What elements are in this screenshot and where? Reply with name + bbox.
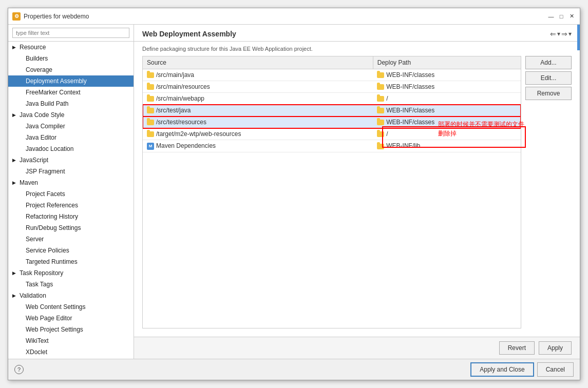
minimize-button[interactable]: — <box>547 12 555 21</box>
sidebar-item[interactable]: Builders <box>8 53 134 64</box>
table-header-row: Source Deploy Path <box>143 56 521 69</box>
folder-icon <box>377 108 384 113</box>
expand-spacer <box>18 79 24 84</box>
help-icon[interactable]: ? <box>14 365 24 374</box>
table-row[interactable]: MMaven DependenciesWEB-INF/lib <box>143 140 521 152</box>
sidebar-item-label: Project References <box>26 202 78 209</box>
add-button[interactable]: Add... <box>525 56 572 69</box>
table-row[interactable]: /src/main/javaWEB-INF/classes <box>143 69 521 81</box>
sidebar-item[interactable]: Coverage <box>8 64 134 75</box>
folder-icon <box>147 84 154 90</box>
expand-spacer <box>18 56 24 61</box>
sidebar-item[interactable]: Task Tags <box>8 279 134 290</box>
sidebar-item-label: Builders <box>26 55 48 62</box>
table-row[interactable]: /src/main/webapp/ <box>143 93 521 105</box>
sidebar-item[interactable]: ▶Validation <box>8 290 134 301</box>
sidebar-item-label: Java Editor <box>26 134 56 141</box>
forward-icon[interactable]: ⇒ <box>561 30 567 38</box>
sidebar-item[interactable]: Server <box>8 234 134 245</box>
sidebar-item[interactable]: Java Build Path <box>8 98 134 109</box>
sidebar-filter-area <box>8 25 134 42</box>
forward-dropdown-icon[interactable]: ▾ <box>568 30 572 37</box>
blue-accent <box>577 25 580 50</box>
cell-deploy-path: WEB-INF/lib <box>373 140 521 152</box>
sidebar-item[interactable]: ▶Resource <box>8 42 134 53</box>
sidebar-item[interactable]: Web Page Editor <box>8 313 134 324</box>
sidebar-item[interactable]: XDoclet <box>8 346 134 358</box>
sidebar-item[interactable]: Run/Debug Settings <box>8 222 134 234</box>
folder-icon <box>377 120 384 125</box>
panel-description: Define packaging structure for this Java… <box>134 42 580 56</box>
panel-title: Web Deployment Assembly <box>142 30 236 38</box>
table-row[interactable]: /src/test/resourcesWEB-INF/classes <box>143 117 521 128</box>
sidebar-item[interactable]: Javadoc Location <box>8 143 134 154</box>
cell-source: /src/test/java <box>143 105 373 117</box>
sidebar-item[interactable]: Service Policies <box>8 245 134 256</box>
folder-icon <box>147 72 154 78</box>
sidebar-item-label: Java Build Path <box>26 100 68 107</box>
sidebar-item[interactable]: Refactoring History <box>8 211 134 222</box>
maximize-button[interactable]: □ <box>557 12 565 21</box>
table-row[interactable]: /src/main/resourcesWEB-INF/classes <box>143 81 521 93</box>
table-row[interactable]: /src/test/javaWEB-INF/classes <box>143 105 521 117</box>
right-action-buttons: Add... Edit... Remove <box>525 56 572 328</box>
sidebar-item[interactable]: JSP Fragment <box>8 166 134 177</box>
sidebar-item[interactable]: Project Facets <box>8 188 134 200</box>
sidebar-item[interactable]: Web Project Settings <box>8 324 134 335</box>
sidebar-item[interactable]: WikiText <box>8 335 134 346</box>
expand-spacer <box>18 304 24 309</box>
table-row[interactable]: /target/m2e-wtp/web-resources/ <box>143 128 521 140</box>
sidebar-item[interactable]: ▶Java Code Style <box>8 109 134 121</box>
sidebar-item[interactable]: Java Editor <box>8 132 134 143</box>
cell-source: MMaven Dependencies <box>143 140 373 152</box>
expand-arrow: ▶ <box>12 158 17 163</box>
sidebar-item-label: Refactoring History <box>26 213 78 220</box>
cell-deploy-path: WEB-INF/classes <box>373 69 521 81</box>
footer: ? Apply and Close Cancel <box>8 359 580 380</box>
sidebar-item-label: Task Tags <box>26 281 53 288</box>
sidebar-item[interactable]: ▶Maven <box>8 177 134 188</box>
sidebar-item[interactable]: Web Content Settings <box>8 301 134 313</box>
sidebar-item-label: Task Repository <box>20 269 63 277</box>
sidebar-item-label: Maven <box>20 179 38 186</box>
sidebar-item[interactable]: FreeMarker Context <box>8 87 134 98</box>
folder-icon <box>377 84 384 90</box>
expand-spacer <box>18 203 24 208</box>
sidebar-item-label: Javadoc Location <box>26 145 73 152</box>
expand-arrow: ▶ <box>12 293 17 298</box>
sidebar-item[interactable]: Targeted Runtimes <box>8 256 134 267</box>
sidebar-item[interactable]: ▶Task Repository <box>8 267 134 279</box>
sidebar-items-list: ▶Resource Builders Coverage Deployment A… <box>8 42 134 359</box>
expand-spacer <box>18 90 24 95</box>
filter-input[interactable] <box>12 28 129 38</box>
expand-spacer <box>18 135 24 140</box>
sidebar-item[interactable]: Java Compiler <box>8 121 134 132</box>
apply-and-close-button[interactable]: Apply and Close <box>470 362 534 377</box>
revert-button[interactable]: Revert <box>499 341 535 355</box>
sidebar-item-label: Java Code Style <box>20 111 64 119</box>
sidebar-item[interactable]: Deployment Assembly <box>8 75 134 87</box>
cell-deploy-path: WEB-INF/classes <box>373 81 521 93</box>
title-bar: ⚙ Properties for webdemo — □ ✕ <box>8 8 580 25</box>
main-header: Web Deployment Assembly ⇐ ▾ ⇒ ▾ <box>134 25 580 42</box>
expand-spacer <box>18 338 24 343</box>
edit-button[interactable]: Edit... <box>525 71 572 85</box>
remove-button[interactable]: Remove <box>525 87 572 100</box>
folder-icon <box>377 96 384 102</box>
table-body: /src/main/javaWEB-INF/classes/src/main/r… <box>143 69 521 152</box>
apply-button[interactable]: Apply <box>539 341 572 355</box>
sidebar-item-label: Deployment Assembly <box>26 77 87 85</box>
dropdown-icon[interactable]: ▾ <box>557 30 560 37</box>
sidebar-item[interactable]: ▶JavaScript <box>8 154 134 166</box>
window-controls[interactable]: — □ ✕ <box>547 12 576 21</box>
sidebar-item-label: JSP Fragment <box>26 168 65 175</box>
close-button[interactable]: ✕ <box>567 12 576 21</box>
folder-icon <box>147 96 154 102</box>
sidebar-item[interactable]: Project References <box>8 200 134 211</box>
maven-icon: M <box>147 143 154 150</box>
title-bar-left: ⚙ Properties for webdemo <box>12 12 89 21</box>
cancel-button[interactable]: Cancel <box>537 362 574 377</box>
expand-spacer <box>18 124 24 129</box>
content-area: ▶Resource Builders Coverage Deployment A… <box>8 25 580 359</box>
back-icon[interactable]: ⇐ <box>550 30 556 38</box>
